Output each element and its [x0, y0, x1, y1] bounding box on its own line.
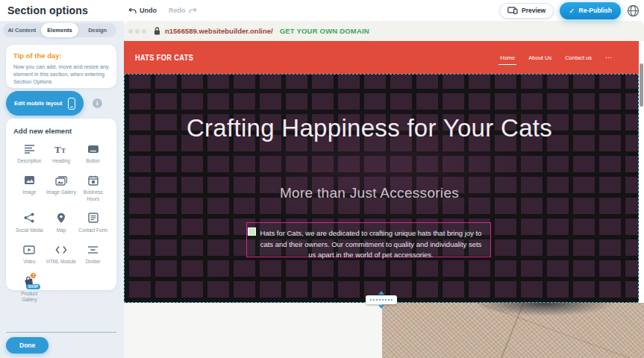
hero-description-text: Hats for Cats, we are dedicated to craft…	[260, 229, 482, 259]
hero-section-selected[interactable]: Crafting Happiness for Your Cats More th…	[124, 74, 639, 303]
nav-home[interactable]: Home	[500, 54, 515, 61]
section-resize-handle[interactable]	[366, 291, 397, 309]
heading-icon: TT	[54, 142, 67, 155]
republish-button[interactable]: ✓ Re-Publish	[560, 2, 621, 19]
hero-subtitle[interactable]: More than Just Accessories	[125, 185, 614, 201]
sidebar-divider	[6, 332, 116, 333]
get-domain-link[interactable]: GET YOUR OWN DOMAIN	[280, 27, 369, 35]
business-hours-icon	[88, 174, 99, 186]
image-gallery-icon	[55, 174, 67, 186]
preview-scrollbar-thumb[interactable]	[640, 63, 643, 107]
preview-button[interactable]: Preview	[499, 3, 554, 19]
undo-button[interactable]: Undo	[128, 7, 157, 14]
element-item-contact-form[interactable]: Contact Form	[77, 212, 109, 233]
resize-arrow-down-icon	[378, 305, 384, 309]
undo-label: Undo	[140, 7, 157, 14]
shop-badge: SHOP	[26, 284, 41, 289]
social-media-icon	[24, 212, 34, 224]
element-item-image-gallery[interactable]: Image Gallery	[46, 174, 78, 202]
resize-grip[interactable]	[366, 295, 397, 304]
hero-title[interactable]: Crafting Happiness for Your Cats	[125, 112, 614, 145]
tab-ai-content[interactable]: AI Content	[3, 23, 41, 37]
nav-about-us[interactable]: About Us	[528, 54, 551, 61]
element-item-product-gallery[interactable]: 1 SHOP Product Gallery	[13, 275, 46, 304]
site-preview-frame: n1566589.websitebuilder.online/ GET YOUR…	[124, 21, 644, 358]
redo-icon	[189, 7, 197, 14]
next-section[interactable]	[124, 303, 644, 358]
redo-label: Redo	[169, 7, 186, 14]
edit-mobile-layout-label: Edit mobile layout	[14, 100, 63, 107]
svg-text:T: T	[54, 144, 61, 154]
svg-text:T: T	[61, 147, 66, 154]
check-icon: ✓	[569, 7, 575, 15]
topbar-actions: Preview ✓ Re-Publish	[499, 0, 640, 21]
tab-design[interactable]: Design	[78, 23, 116, 37]
edit-mobile-layout-button[interactable]: Edit mobile layout	[6, 91, 84, 116]
site-logo[interactable]: HATS FOR CATS	[135, 53, 193, 62]
product-gallery-icon: 1 SHOP	[24, 275, 34, 288]
page-title: Section options	[7, 4, 88, 16]
tip-of-the-day-card: Tip of the day: Now you can add, move an…	[6, 45, 116, 88]
info-icon[interactable]: i	[93, 98, 102, 108]
element-item-social-media[interactable]: Social Media	[13, 212, 46, 233]
element-item-html-module[interactable]: HTML Module	[46, 243, 78, 265]
add-element-title: Add new element	[13, 127, 109, 135]
product-gallery-badge-icon: 1	[30, 272, 37, 279]
element-item-button[interactable]: Button	[77, 142, 109, 164]
site-header: HATS FOR CATS Home About Us Contact us ⋯	[124, 41, 644, 74]
resize-arrow-up-icon	[378, 291, 384, 295]
contact-form-icon	[88, 212, 99, 224]
element-grid: Description TT Heading Button Image Imag…	[13, 142, 109, 303]
cat-photo-image	[382, 303, 644, 358]
undo-icon	[128, 7, 137, 14]
preview-scrollbar-track[interactable]	[639, 41, 644, 303]
map-icon	[57, 212, 66, 224]
topbar: Section options Undo Redo Preview ✓ Re-P…	[0, 0, 644, 21]
nav-more-icon[interactable]: ⋯	[605, 54, 613, 61]
tip-title: Tip of the day:	[13, 51, 109, 60]
button-icon	[87, 142, 99, 155]
tip-body: Now you can add, move and resize any ele…	[13, 63, 109, 87]
description-icon	[24, 142, 35, 155]
element-item-video[interactable]: Video	[13, 243, 46, 265]
window-dots-icon	[128, 29, 146, 34]
tab-elements[interactable]: Elements	[41, 23, 79, 37]
element-item-divider[interactable]: Divider	[77, 243, 109, 265]
element-item-description[interactable]: Description	[13, 142, 46, 164]
textbox-drag-handle[interactable]	[248, 227, 256, 236]
element-item-business-hours[interactable]: Business Hours	[77, 174, 109, 202]
preview-label: Preview	[522, 7, 545, 14]
sidebar: AI Content Elements Design Tip of the da…	[0, 21, 124, 358]
hero-description-textbox[interactable]: Hats for Cats, we are dedicated to craft…	[246, 222, 491, 257]
browser-chrome: n1566589.websitebuilder.online/ GET YOUR…	[124, 21, 644, 41]
site-nav: Home About Us Contact us ⋯	[500, 41, 613, 74]
undo-redo-group: Undo Redo	[128, 0, 197, 21]
element-item-map[interactable]: Map	[46, 212, 78, 233]
globe-icon[interactable]	[627, 4, 640, 17]
video-icon	[23, 243, 35, 256]
phone-icon	[68, 98, 75, 110]
redo-button[interactable]: Redo	[169, 7, 197, 14]
nav-contact-us[interactable]: Contact us	[565, 54, 592, 61]
republish-label: Re-Publish	[579, 7, 612, 14]
element-item-image[interactable]: Image	[13, 174, 46, 202]
lock-icon	[154, 27, 160, 35]
image-icon	[24, 174, 35, 186]
add-element-panel: Add new element Description TT Heading B…	[6, 119, 116, 290]
mobile-layout-row: Edit mobile layout i	[6, 91, 102, 116]
sidebar-tabs: AI Content Elements Design	[3, 23, 116, 37]
site-url: n1566589.websitebuilder.online/	[165, 27, 273, 35]
done-button[interactable]: Done	[6, 337, 49, 354]
devices-icon	[507, 7, 518, 14]
html-module-icon	[55, 243, 67, 256]
divider-icon	[87, 243, 99, 256]
element-item-heading[interactable]: TT Heading	[46, 142, 78, 164]
